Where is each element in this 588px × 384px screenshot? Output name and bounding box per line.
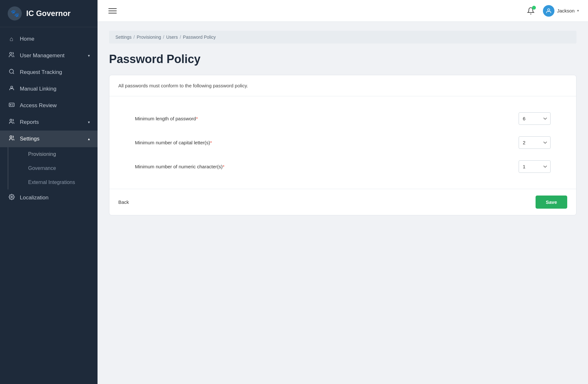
svg-point-1 [9, 69, 13, 73]
sidebar-item-access-review[interactable]: Access Review [0, 97, 98, 114]
min-numeric-label: Minimum number of numeric character(s)* [135, 164, 511, 169]
menu-button[interactable] [106, 6, 119, 15]
sidebar-item-label: Settings [20, 136, 83, 142]
form-section: Minimum length of password* 4 5 6 7 8 10… [109, 96, 576, 189]
form-row-min-numeric: Minimum number of numeric character(s)* … [135, 155, 551, 179]
id-card-icon [8, 102, 15, 109]
page-title: Password Policy [109, 52, 576, 66]
header-actions: Jackson ▾ [525, 5, 579, 17]
min-numeric-select[interactable]: 0 1 2 3 4 [519, 160, 551, 173]
sidebar: 🐾 IC Governor ⌂ Home User Management ▾ R… [0, 0, 98, 384]
sidebar-subitem-external-integrations[interactable]: External Integrations [8, 175, 98, 189]
back-button[interactable]: Back [118, 197, 129, 207]
sidebar-item-label: Access Review [20, 102, 90, 109]
sidebar-subitem-label: External Integrations [28, 180, 75, 185]
sidebar-item-request-tracking[interactable]: Request Tracking [0, 64, 98, 81]
main-content: Jackson ▾ Settings / Provisioning / User… [98, 0, 588, 384]
save-button[interactable]: Save [536, 196, 567, 209]
min-length-select[interactable]: 4 5 6 7 8 10 12 [519, 112, 551, 125]
sidebar-item-label: Manual Linking [20, 86, 90, 92]
breadcrumb-separator: / [180, 35, 181, 40]
sidebar-item-settings[interactable]: Settings ▴ [0, 131, 98, 147]
user-menu[interactable]: Jackson ▾ [543, 5, 579, 17]
hamburger-line [108, 11, 117, 11]
sidebar-logo[interactable]: 🐾 IC Governor [0, 0, 98, 27]
sidebar-subitem-provisioning[interactable]: Provisioning [8, 147, 98, 161]
sidebar-item-user-management[interactable]: User Management ▾ [0, 47, 98, 64]
avatar [543, 5, 554, 17]
breadcrumb-item[interactable]: Settings [115, 35, 132, 40]
sidebar-item-localization[interactable]: Localization [0, 189, 98, 206]
min-capitals-select[interactable]: 0 1 2 3 4 [519, 136, 551, 149]
chevron-up-icon: ▴ [88, 137, 90, 141]
sidebar-item-label: Localization [20, 195, 90, 201]
settings-icon [8, 135, 15, 143]
svg-point-7 [10, 136, 12, 138]
card-footer: Back Save [109, 189, 576, 215]
svg-line-2 [13, 73, 14, 74]
svg-point-0 [10, 52, 12, 55]
min-capitals-label: Minimum number of capital letter(s)* [135, 140, 511, 145]
password-policy-card: All passwords must conform to the follow… [109, 75, 576, 215]
breadcrumb-item[interactable]: Users [166, 35, 178, 40]
breadcrumb: Settings / Provisioning / Users / Passwo… [109, 31, 576, 44]
hamburger-line [108, 13, 117, 13]
app-logo-icon: 🐾 [8, 6, 22, 20]
sidebar-subitem-governance[interactable]: Governance [8, 161, 98, 175]
card-info: All passwords must conform to the follow… [109, 75, 576, 96]
breadcrumb-separator: / [134, 35, 135, 40]
page-content: Settings / Provisioning / Users / Passwo… [98, 22, 588, 384]
svg-point-3 [11, 86, 12, 88]
svg-point-6 [10, 119, 12, 121]
breadcrumb-item[interactable]: Provisioning [137, 35, 161, 40]
sidebar-item-reports[interactable]: Reports ▾ [0, 114, 98, 131]
user-name: Jackson [557, 8, 575, 13]
header: Jackson ▾ [98, 0, 588, 22]
notification-button[interactable] [525, 5, 537, 17]
sidebar-item-label: Request Tracking [20, 69, 90, 76]
home-icon: ⌂ [8, 36, 15, 43]
sidebar-item-label: User Management [20, 52, 83, 59]
sidebar-subitem-label: Provisioning [28, 151, 56, 157]
user-icon [8, 85, 15, 93]
chevron-down-icon: ▾ [88, 53, 90, 58]
min-length-label: Minimum length of password* [135, 116, 511, 121]
sidebar-item-label: Home [20, 36, 90, 42]
sidebar-item-manual-linking[interactable]: Manual Linking [0, 81, 98, 97]
reports-icon [8, 118, 15, 126]
chevron-down-icon: ▾ [577, 9, 579, 13]
chevron-down-icon: ▾ [88, 120, 90, 124]
svg-point-9 [548, 9, 550, 11]
search-icon [8, 68, 15, 76]
sidebar-item-label: Reports [20, 119, 83, 125]
sidebar-subitem-label: Governance [28, 165, 56, 171]
breadcrumb-separator: / [163, 35, 164, 40]
app-name: IC Governor [26, 9, 71, 18]
form-row-min-length: Minimum length of password* 4 5 6 7 8 10… [135, 107, 551, 131]
notification-badge [532, 6, 536, 10]
hamburger-line [108, 8, 117, 9]
breadcrumb-item: Password Policy [183, 35, 216, 40]
svg-point-5 [10, 104, 11, 105]
sidebar-nav: ⌂ Home User Management ▾ Request Trackin… [0, 27, 98, 384]
users-icon [8, 52, 15, 60]
svg-point-8 [11, 196, 12, 198]
sidebar-item-home[interactable]: ⌂ Home [0, 31, 98, 47]
gear-icon [8, 194, 15, 202]
form-row-min-capitals: Minimum number of capital letter(s)* 0 1… [135, 131, 551, 155]
